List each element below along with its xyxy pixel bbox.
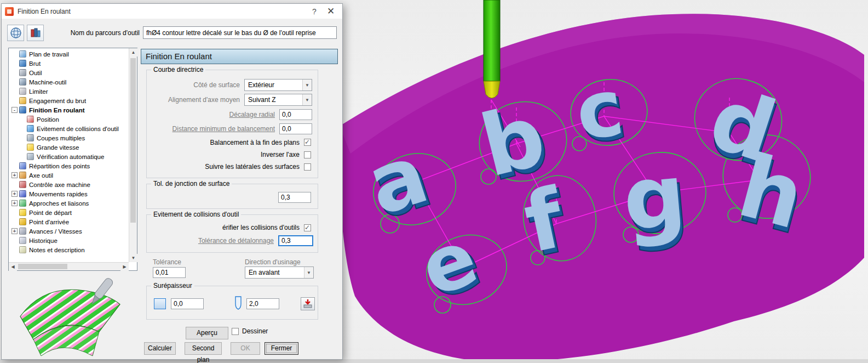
tolerance-detalonnage-field[interactable] [278, 235, 313, 246]
tree-vertical-scrollbar[interactable]: ▲ ▼ [129, 48, 137, 262]
collapse-icon[interactable]: - [12, 107, 18, 113]
scroll-up-icon[interactable]: ▲ [129, 48, 137, 56]
alignement-axe-select[interactable]: Suivant Z ▼ [244, 94, 312, 106]
tree-item-outil[interactable]: Outil [9, 68, 128, 77]
stock-offset-icon [154, 298, 166, 309]
calculer-button[interactable]: Calculer [144, 342, 176, 355]
surepaisseur-axiale-field[interactable] [246, 298, 279, 309]
group-title: Tol. de jonction de surface [151, 180, 232, 188]
ok-button[interactable]: OK [231, 342, 260, 355]
point-depart-icon [19, 209, 26, 216]
distance-balancement-field[interactable] [279, 123, 312, 134]
fermer-button[interactable]: Fermer [265, 342, 298, 355]
group-title: Evitement de collisions d'outil [151, 211, 241, 218]
close-button[interactable]: ✕ [323, 5, 339, 18]
horizontal-scroll-thumb[interactable] [18, 264, 67, 269]
chevron-down-icon[interactable]: ▼ [302, 94, 312, 105]
dialog-titlebar[interactable]: Finition En roulant ? ✕ [2, 4, 342, 19]
group-title: Courbe directrice [151, 66, 205, 73]
vertical-scroll-thumb[interactable] [130, 58, 136, 223]
tree-item-notes[interactable]: Notes et description [9, 245, 128, 254]
controle-axe-icon [19, 181, 26, 188]
operation-icon [5, 7, 14, 16]
plan-de-travail-icon [19, 50, 26, 58]
tool-bars-icon [30, 27, 42, 39]
tree-item-repartition[interactable]: Répartition des points [9, 161, 128, 171]
wireframe-sphere-icon [10, 27, 22, 39]
expand-icon[interactable]: + [12, 228, 18, 234]
inverser-axe-checkbox[interactable] [304, 151, 311, 158]
decalage-radial-field[interactable] [279, 109, 312, 120]
evitement-icon [27, 125, 34, 132]
group-title: Surépaisseur [151, 282, 194, 290]
scroll-left-icon[interactable]: ◀ [9, 263, 17, 271]
apercu-button[interactable]: Aperçu [186, 327, 228, 339]
mouvements-icon [19, 190, 26, 197]
dessiner-checkbox[interactable] [232, 328, 239, 335]
tolerance-field[interactable] [153, 267, 186, 278]
tree-item-evitement[interactable]: Evitement de collisions d'outil [9, 124, 128, 133]
apply-surepaisseur-button[interactable] [301, 297, 315, 310]
toolpath-name-label: Nom du parcours d'outil [49, 29, 140, 37]
notes-icon [19, 246, 26, 253]
jonction-tolerance-field[interactable] [278, 192, 311, 203]
tree-item-coupes[interactable]: Coupes multiples [9, 133, 128, 143]
group-surepaisseur: Surépaisseur [146, 286, 318, 320]
balancement-checkbox[interactable] [304, 139, 311, 146]
coupes-icon [27, 134, 34, 141]
tree-horizontal-scrollbar[interactable]: ◀ ▶ [9, 262, 129, 270]
tree-item-plan-de-travail[interactable]: Plan de travail [9, 49, 128, 59]
tree-item-controle-axe[interactable]: Contrôle axe machine [9, 180, 128, 189]
tree-item-point-depart[interactable]: Point de départ [9, 208, 128, 217]
verification-icon [27, 153, 34, 160]
chevron-down-icon[interactable]: ▼ [302, 80, 312, 90]
expand-icon[interactable]: + [12, 191, 18, 197]
scroll-right-icon[interactable]: ▶ [120, 263, 129, 271]
chevron-down-icon[interactable]: ▼ [304, 267, 313, 278]
surepaisseur-radiale-field[interactable] [171, 298, 204, 309]
geometry-view-button[interactable] [7, 25, 24, 41]
tree-item-position[interactable]: Position [9, 115, 128, 124]
tree-item-avances[interactable]: +Avances / Vitesses [9, 226, 128, 236]
second-plan-button[interactable]: Second plan [185, 342, 222, 355]
suivre-laterales-checkbox[interactable] [304, 163, 311, 171]
tree-item-axe-outil[interactable]: +Axe outil [9, 171, 128, 180]
tolerance-detalonnage-link[interactable]: Tolérance de détalonnage [198, 237, 274, 245]
limiter-icon [19, 88, 26, 95]
balancement-label: Balancement à la fin des plans [210, 139, 300, 146]
tree-item-verification[interactable]: Vérification automatique [9, 152, 128, 161]
tree-item-point-arrivee[interactable]: Point d'arrivée [9, 217, 128, 226]
avances-icon [19, 228, 26, 235]
direction-usinage-label: Direction d'usinage [245, 258, 301, 266]
verifier-collisions-checkbox[interactable] [304, 224, 311, 231]
tree-item-mouvements[interactable]: +Mouvements rapides [9, 189, 128, 198]
expand-icon[interactable]: + [12, 172, 18, 178]
scroll-down-icon[interactable]: ▼ [129, 254, 137, 262]
red-arrow-tool-icon [303, 299, 313, 309]
tree-item-machine-outil[interactable]: Machine-outil [9, 77, 128, 87]
grande-vitesse-icon [27, 144, 34, 151]
distance-balancement-link[interactable]: Distance minimum de balancement [173, 125, 275, 133]
verifier-collisions-label: érifier les collisions d'outils [222, 224, 300, 231]
tree-item-brut[interactable]: Brut [9, 59, 128, 68]
group-jonction: Tol. de jonction de surface [146, 184, 318, 209]
toolpath-name-input[interactable] [143, 26, 337, 39]
tree-rows: Plan de travail Brut Outil Machine-outil… [9, 49, 128, 262]
suivre-laterales-label: Suivre les latérales des surfaces [205, 163, 300, 171]
tree-item-limiter[interactable]: Limiter [9, 87, 128, 96]
cote-surface-select[interactable]: Extérieur ▼ [244, 79, 312, 91]
expand-icon[interactable]: + [12, 200, 18, 206]
help-button[interactable]: ? [306, 5, 323, 18]
tree-item-engagement[interactable]: Engagement du brut [9, 96, 128, 105]
tool-display-button[interactable] [27, 25, 44, 41]
cote-surface-label: Côté de surface [193, 81, 240, 89]
direction-usinage-select[interactable]: En avalant ▼ [245, 266, 314, 279]
tree-item-approches[interactable]: +Approches et liaisons [9, 198, 128, 208]
decalage-radial-link[interactable]: Décalage radial [229, 111, 275, 118]
tree-item-historique[interactable]: Historique [9, 236, 128, 245]
approches-icon [19, 200, 26, 207]
letter-g: g g [619, 144, 692, 255]
tree-item-grande-vitesse[interactable]: Grande vitesse [9, 143, 128, 152]
tree-item-finition[interactable]: -Finition En roulant [9, 105, 128, 115]
parameters-dialog: Finition En roulant ? ✕ Nom du parcours … [1, 3, 343, 360]
